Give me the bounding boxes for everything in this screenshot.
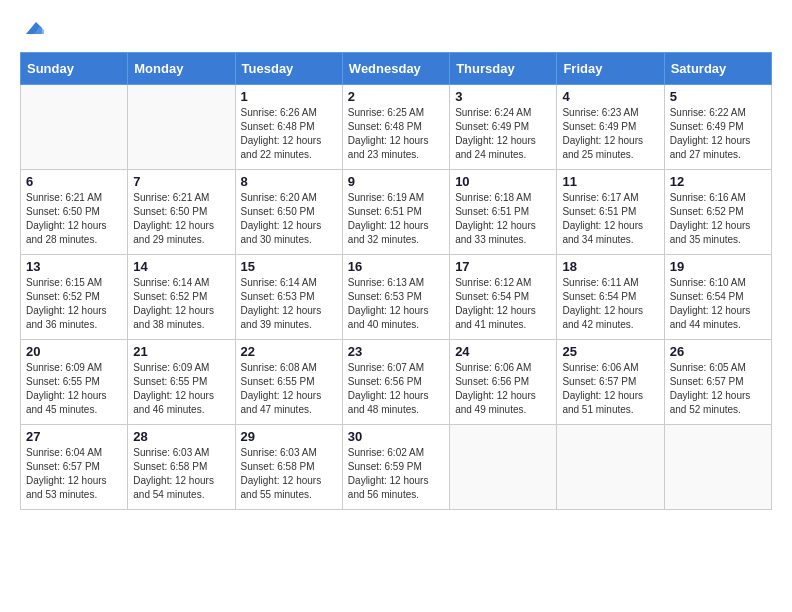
day-number: 5	[670, 89, 766, 104]
calendar-cell: 28Sunrise: 6:03 AM Sunset: 6:58 PM Dayli…	[128, 425, 235, 510]
day-number: 11	[562, 174, 658, 189]
day-info: Sunrise: 6:11 AM Sunset: 6:54 PM Dayligh…	[562, 276, 658, 332]
calendar-cell: 8Sunrise: 6:20 AM Sunset: 6:50 PM Daylig…	[235, 170, 342, 255]
day-number: 20	[26, 344, 122, 359]
day-info: Sunrise: 6:22 AM Sunset: 6:49 PM Dayligh…	[670, 106, 766, 162]
day-info: Sunrise: 6:25 AM Sunset: 6:48 PM Dayligh…	[348, 106, 444, 162]
calendar-cell: 12Sunrise: 6:16 AM Sunset: 6:52 PM Dayli…	[664, 170, 771, 255]
day-info: Sunrise: 6:24 AM Sunset: 6:49 PM Dayligh…	[455, 106, 551, 162]
calendar-cell	[21, 85, 128, 170]
day-number: 1	[241, 89, 337, 104]
day-number: 3	[455, 89, 551, 104]
day-info: Sunrise: 6:23 AM Sunset: 6:49 PM Dayligh…	[562, 106, 658, 162]
day-number: 16	[348, 259, 444, 274]
day-number: 7	[133, 174, 229, 189]
day-number: 2	[348, 89, 444, 104]
day-info: Sunrise: 6:20 AM Sunset: 6:50 PM Dayligh…	[241, 191, 337, 247]
day-number: 10	[455, 174, 551, 189]
calendar-cell: 19Sunrise: 6:10 AM Sunset: 6:54 PM Dayli…	[664, 255, 771, 340]
day-header-wednesday: Wednesday	[342, 53, 449, 85]
day-info: Sunrise: 6:03 AM Sunset: 6:58 PM Dayligh…	[241, 446, 337, 502]
calendar-cell	[557, 425, 664, 510]
calendar-cell: 25Sunrise: 6:06 AM Sunset: 6:57 PM Dayli…	[557, 340, 664, 425]
calendar-cell: 16Sunrise: 6:13 AM Sunset: 6:53 PM Dayli…	[342, 255, 449, 340]
day-info: Sunrise: 6:14 AM Sunset: 6:52 PM Dayligh…	[133, 276, 229, 332]
calendar-cell: 29Sunrise: 6:03 AM Sunset: 6:58 PM Dayli…	[235, 425, 342, 510]
day-number: 22	[241, 344, 337, 359]
day-info: Sunrise: 6:07 AM Sunset: 6:56 PM Dayligh…	[348, 361, 444, 417]
day-header-saturday: Saturday	[664, 53, 771, 85]
calendar-cell: 30Sunrise: 6:02 AM Sunset: 6:59 PM Dayli…	[342, 425, 449, 510]
calendar-cell: 17Sunrise: 6:12 AM Sunset: 6:54 PM Dayli…	[450, 255, 557, 340]
day-number: 29	[241, 429, 337, 444]
day-info: Sunrise: 6:04 AM Sunset: 6:57 PM Dayligh…	[26, 446, 122, 502]
day-info: Sunrise: 6:14 AM Sunset: 6:53 PM Dayligh…	[241, 276, 337, 332]
day-header-thursday: Thursday	[450, 53, 557, 85]
day-number: 14	[133, 259, 229, 274]
day-info: Sunrise: 6:03 AM Sunset: 6:58 PM Dayligh…	[133, 446, 229, 502]
calendar-week-2: 6Sunrise: 6:21 AM Sunset: 6:50 PM Daylig…	[21, 170, 772, 255]
calendar-cell: 15Sunrise: 6:14 AM Sunset: 6:53 PM Dayli…	[235, 255, 342, 340]
calendar-cell	[664, 425, 771, 510]
day-info: Sunrise: 6:21 AM Sunset: 6:50 PM Dayligh…	[26, 191, 122, 247]
day-number: 4	[562, 89, 658, 104]
calendar-cell: 7Sunrise: 6:21 AM Sunset: 6:50 PM Daylig…	[128, 170, 235, 255]
day-info: Sunrise: 6:12 AM Sunset: 6:54 PM Dayligh…	[455, 276, 551, 332]
calendar-cell: 11Sunrise: 6:17 AM Sunset: 6:51 PM Dayli…	[557, 170, 664, 255]
calendar-cell: 23Sunrise: 6:07 AM Sunset: 6:56 PM Dayli…	[342, 340, 449, 425]
day-info: Sunrise: 6:09 AM Sunset: 6:55 PM Dayligh…	[26, 361, 122, 417]
calendar-cell: 6Sunrise: 6:21 AM Sunset: 6:50 PM Daylig…	[21, 170, 128, 255]
calendar-cell	[450, 425, 557, 510]
day-number: 26	[670, 344, 766, 359]
calendar-cell: 3Sunrise: 6:24 AM Sunset: 6:49 PM Daylig…	[450, 85, 557, 170]
day-number: 27	[26, 429, 122, 444]
logo-icon	[22, 16, 44, 38]
day-info: Sunrise: 6:16 AM Sunset: 6:52 PM Dayligh…	[670, 191, 766, 247]
day-info: Sunrise: 6:13 AM Sunset: 6:53 PM Dayligh…	[348, 276, 444, 332]
day-number: 9	[348, 174, 444, 189]
calendar-cell: 1Sunrise: 6:26 AM Sunset: 6:48 PM Daylig…	[235, 85, 342, 170]
calendar-cell: 21Sunrise: 6:09 AM Sunset: 6:55 PM Dayli…	[128, 340, 235, 425]
day-info: Sunrise: 6:09 AM Sunset: 6:55 PM Dayligh…	[133, 361, 229, 417]
day-number: 17	[455, 259, 551, 274]
calendar-cell: 18Sunrise: 6:11 AM Sunset: 6:54 PM Dayli…	[557, 255, 664, 340]
day-info: Sunrise: 6:08 AM Sunset: 6:55 PM Dayligh…	[241, 361, 337, 417]
logo	[20, 20, 44, 42]
day-number: 21	[133, 344, 229, 359]
day-number: 12	[670, 174, 766, 189]
calendar-cell: 22Sunrise: 6:08 AM Sunset: 6:55 PM Dayli…	[235, 340, 342, 425]
calendar-week-5: 27Sunrise: 6:04 AM Sunset: 6:57 PM Dayli…	[21, 425, 772, 510]
calendar-week-1: 1Sunrise: 6:26 AM Sunset: 6:48 PM Daylig…	[21, 85, 772, 170]
day-info: Sunrise: 6:05 AM Sunset: 6:57 PM Dayligh…	[670, 361, 766, 417]
calendar-cell: 27Sunrise: 6:04 AM Sunset: 6:57 PM Dayli…	[21, 425, 128, 510]
calendar-cell: 24Sunrise: 6:06 AM Sunset: 6:56 PM Dayli…	[450, 340, 557, 425]
day-number: 13	[26, 259, 122, 274]
day-number: 8	[241, 174, 337, 189]
calendar-cell: 5Sunrise: 6:22 AM Sunset: 6:49 PM Daylig…	[664, 85, 771, 170]
calendar-cell: 13Sunrise: 6:15 AM Sunset: 6:52 PM Dayli…	[21, 255, 128, 340]
day-info: Sunrise: 6:21 AM Sunset: 6:50 PM Dayligh…	[133, 191, 229, 247]
day-number: 6	[26, 174, 122, 189]
calendar-cell	[128, 85, 235, 170]
day-info: Sunrise: 6:02 AM Sunset: 6:59 PM Dayligh…	[348, 446, 444, 502]
calendar-cell: 26Sunrise: 6:05 AM Sunset: 6:57 PM Dayli…	[664, 340, 771, 425]
day-number: 19	[670, 259, 766, 274]
calendar-cell: 4Sunrise: 6:23 AM Sunset: 6:49 PM Daylig…	[557, 85, 664, 170]
day-info: Sunrise: 6:26 AM Sunset: 6:48 PM Dayligh…	[241, 106, 337, 162]
calendar-cell: 14Sunrise: 6:14 AM Sunset: 6:52 PM Dayli…	[128, 255, 235, 340]
day-number: 25	[562, 344, 658, 359]
day-info: Sunrise: 6:06 AM Sunset: 6:57 PM Dayligh…	[562, 361, 658, 417]
day-header-friday: Friday	[557, 53, 664, 85]
calendar-cell: 20Sunrise: 6:09 AM Sunset: 6:55 PM Dayli…	[21, 340, 128, 425]
day-info: Sunrise: 6:18 AM Sunset: 6:51 PM Dayligh…	[455, 191, 551, 247]
day-number: 15	[241, 259, 337, 274]
day-info: Sunrise: 6:10 AM Sunset: 6:54 PM Dayligh…	[670, 276, 766, 332]
day-header-tuesday: Tuesday	[235, 53, 342, 85]
day-number: 30	[348, 429, 444, 444]
page-header	[20, 20, 772, 42]
day-info: Sunrise: 6:19 AM Sunset: 6:51 PM Dayligh…	[348, 191, 444, 247]
day-number: 24	[455, 344, 551, 359]
day-header-sunday: Sunday	[21, 53, 128, 85]
day-info: Sunrise: 6:06 AM Sunset: 6:56 PM Dayligh…	[455, 361, 551, 417]
day-number: 23	[348, 344, 444, 359]
